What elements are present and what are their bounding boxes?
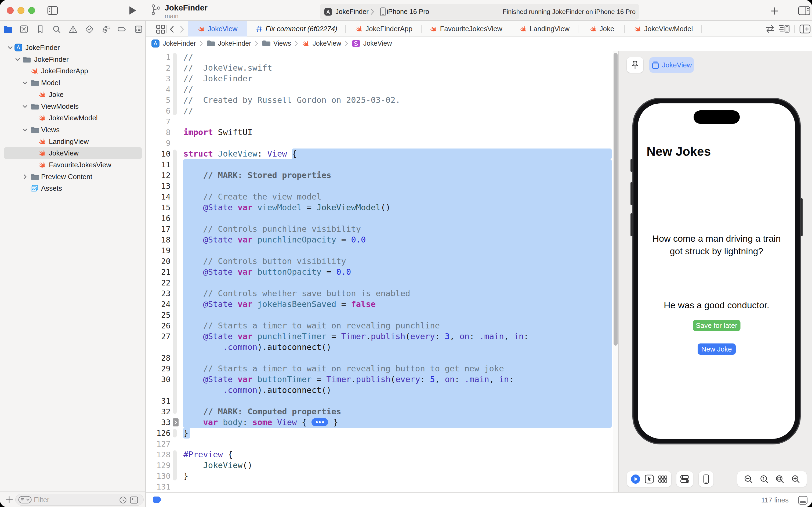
- editor-scrollbar[interactable]: [613, 51, 618, 492]
- debug-navigator-icon[interactable]: [101, 25, 110, 34]
- scheme-destination-pill[interactable]: JokeFinder iPhone 16 Pro Finished runnin…: [320, 4, 639, 19]
- breadcrumb-item-2[interactable]: Views: [262, 40, 291, 47]
- tree-row-preview-content[interactable]: Preview Content: [0, 171, 145, 183]
- tab-fix-comment-6f02274-[interactable]: Fix comment (6f02274): [247, 21, 346, 37]
- source-control-status-icon[interactable]: [130, 496, 138, 504]
- recent-files-icon[interactable]: [119, 496, 127, 504]
- tab-jokeviewmodel[interactable]: JokeViewModel: [625, 21, 702, 37]
- fold-ribbon-strip[interactable]: [173, 150, 177, 414]
- breadcrumb-item-4[interactable]: JokeView: [352, 39, 392, 48]
- disclosure-open-icon[interactable]: [14, 56, 21, 63]
- breadcrumb-item-0[interactable]: JokeFinder: [151, 39, 196, 48]
- breadcrumb-separator-icon: [295, 40, 298, 47]
- code-token: (: [391, 375, 395, 384]
- live-preview-button[interactable]: [631, 474, 640, 484]
- fold-ribbon-strip[interactable]: [173, 429, 177, 438]
- zoom-in-button[interactable]: [791, 474, 801, 484]
- selectable-mode-button[interactable]: [644, 474, 654, 484]
- device-settings-button[interactable]: [680, 474, 690, 484]
- preview-device-button[interactable]: [703, 474, 709, 484]
- scrollbar-thumb[interactable]: [614, 53, 618, 346]
- preview-target-chip[interactable]: JokeView: [649, 57, 694, 73]
- tree-row-jokeview[interactable]: JokeView: [0, 147, 145, 159]
- tree-row-jokefinderapp[interactable]: JokeFinderApp: [0, 65, 145, 77]
- tab-favouritejokesview[interactable]: FavouriteJokesView: [421, 21, 510, 37]
- code-token: // Starts a timer to wait on revealing p…: [183, 321, 440, 330]
- add-editor-button[interactable]: [799, 24, 811, 34]
- tab-label: JokeFinderApp: [365, 25, 412, 33]
- folded-code-pill[interactable]: [311, 418, 328, 426]
- tree-row-assets[interactable]: Assets: [0, 182, 145, 194]
- scheme-name[interactable]: JokeFinder: [335, 4, 369, 19]
- tree-row-jokeviewmodel[interactable]: JokeViewModel: [0, 112, 145, 124]
- find-navigator-icon[interactable]: [52, 25, 61, 34]
- code-token: [233, 332, 238, 341]
- tab-jokeview[interactable]: JokeView: [188, 21, 247, 37]
- zoom-button[interactable]: [28, 7, 35, 14]
- source-control-navigator-icon[interactable]: [19, 25, 28, 34]
- code-token: on: [459, 332, 469, 341]
- fold-ribbon-strip[interactable]: [173, 53, 177, 115]
- tree-row-jokefinder[interactable]: JokeFinder: [0, 53, 145, 65]
- disclosure-open-icon[interactable]: [22, 79, 28, 86]
- zoom-to-fit-button[interactable]: [775, 474, 785, 484]
- tests-navigator-icon[interactable]: [85, 25, 94, 34]
- breakpoints-navigator-icon[interactable]: [118, 25, 127, 34]
- swap-editor-icon[interactable]: [765, 25, 775, 33]
- disclosure-open-icon[interactable]: [7, 44, 13, 51]
- tab-jokefinderapp[interactable]: JokeFinderApp: [346, 21, 421, 37]
- fold-ribbon-strip[interactable]: [173, 450, 177, 481]
- disclosure-open-icon[interactable]: [22, 103, 28, 110]
- add-toolbar-button[interactable]: [771, 7, 778, 15]
- source-editor[interactable]: 1234567891011121314151617181920212223242…: [147, 51, 618, 492]
- sidebar-filter-bar: Filter: [0, 492, 145, 507]
- disclosure-closed-icon[interactable]: [22, 173, 28, 180]
- destination-name[interactable]: iPhone 16 Pro: [387, 4, 429, 19]
- close-button[interactable]: [7, 7, 14, 14]
- tree-row-joke[interactable]: Joke: [0, 89, 145, 101]
- minimize-button[interactable]: [17, 7, 24, 14]
- breadcrumb-label: JokeView: [312, 40, 341, 47]
- variants-button[interactable]: [658, 474, 668, 484]
- line-number: 33: [147, 417, 171, 428]
- tree-row-views[interactable]: Views: [0, 124, 145, 135]
- tab-overview-button[interactable]: [156, 25, 165, 34]
- bookmarks-navigator-icon[interactable]: [36, 25, 45, 34]
- filter-icon[interactable]: [18, 496, 32, 504]
- code-annotation-tag-icon[interactable]: [153, 496, 161, 503]
- tree-row-viewmodels[interactable]: ViewModels: [0, 101, 145, 112]
- go-back-button[interactable]: [169, 25, 175, 33]
- tree-row-landingview[interactable]: LandingView: [0, 135, 145, 148]
- tab-landingview[interactable]: LandingView: [510, 21, 578, 37]
- bottom-panel-toggle[interactable]: [798, 496, 808, 505]
- code-token: var: [203, 417, 218, 427]
- disclosure-open-icon[interactable]: [22, 126, 28, 133]
- pin-preview-button[interactable]: [627, 57, 643, 73]
- tree-row-model[interactable]: Model: [0, 77, 145, 89]
- issues-navigator-icon[interactable]: [68, 25, 77, 34]
- fold-disclosure-icon[interactable]: [173, 418, 179, 427]
- reports-navigator-icon[interactable]: [134, 25, 143, 34]
- code-line: // JokeFinder: [183, 73, 252, 84]
- breadcrumb-item-1[interactable]: JokeFinder: [207, 40, 251, 47]
- breadcrumb-item-3[interactable]: JokeView: [301, 40, 341, 48]
- editor-layout-button[interactable]: [798, 6, 810, 15]
- code-token: import: [183, 127, 213, 137]
- new-joke-button[interactable]: New Joke: [698, 343, 736, 355]
- tree-row-jokefinder[interactable]: JokeFinder: [0, 42, 145, 53]
- code-token: var: [238, 203, 252, 212]
- add-item-button[interactable]: [6, 496, 13, 503]
- zoom-out-button[interactable]: [744, 474, 753, 484]
- save-for-later-button[interactable]: Save for later: [693, 320, 740, 331]
- editor-options-icon[interactable]: [779, 24, 790, 34]
- code-token: (): [381, 203, 391, 212]
- tab-joke[interactable]: Joke: [578, 21, 625, 37]
- project-navigator-icon[interactable]: [3, 25, 12, 34]
- zoom-100-button[interactable]: [759, 474, 769, 484]
- run-button[interactable]: [129, 6, 137, 15]
- go-forward-button[interactable]: [179, 25, 185, 33]
- filter-input[interactable]: Filter: [15, 494, 143, 506]
- toggle-sidebar-button[interactable]: [47, 5, 58, 15]
- tree-row-favouritejokesview[interactable]: FavouriteJokesView: [0, 159, 145, 171]
- sbadge-icon: [352, 39, 360, 48]
